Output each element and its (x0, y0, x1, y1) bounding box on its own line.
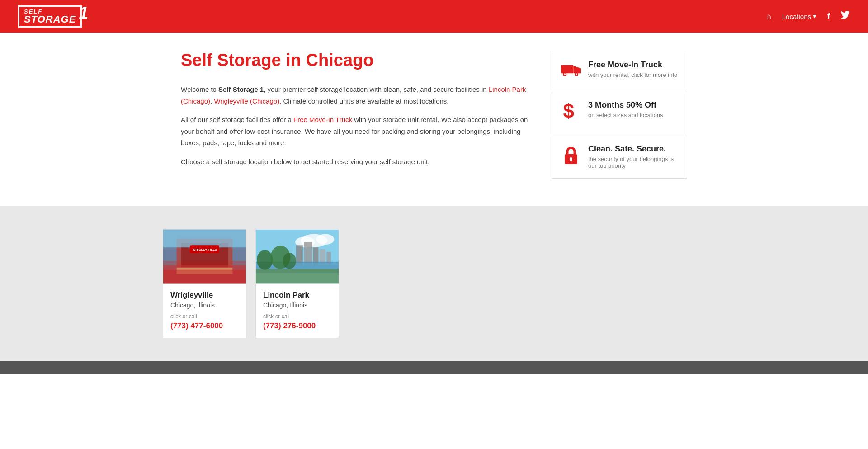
logo[interactable]: SELF SToRAGE 1 (18, 5, 82, 28)
svg-point-34 (283, 253, 296, 269)
twitter-icon (841, 13, 850, 22)
feature-discount-sub: on select sizes and locations (588, 112, 663, 118)
feature-truck-text: Free Move-In Truck with your rental, cli… (588, 60, 677, 78)
facebook-nav-link[interactable]: f (827, 13, 830, 20)
lincoln-park-phone[interactable]: (773) 276-9000 (263, 321, 316, 330)
facebook-icon: f (827, 12, 830, 21)
wrigleyville-click-label: click or call (170, 313, 239, 320)
svg-marker-1 (574, 66, 581, 74)
locations-nav-link[interactable]: Locations ▾ (782, 12, 816, 20)
lincoln-park-click-label: click or call (263, 313, 331, 320)
wrigleyville-name: Wrigleyville (170, 291, 239, 300)
location-card-wrigleyville[interactable]: WRIGLEY FIELD Wrigleyville Chicago, Illi… (163, 229, 246, 338)
svg-rect-16 (163, 270, 246, 284)
wrigleyville-city: Chicago, Illinois (170, 302, 239, 309)
lincoln-park-name: Lincoln Park (263, 291, 331, 300)
navigation: SELF SToRAGE 1 ⌂ Locations ▾ f (0, 0, 868, 33)
feature-card-truck[interactable]: Free Move-In Truck with your rental, cli… (552, 51, 687, 90)
feature-secure-text: Clean. Safe. Secure. the security of you… (588, 144, 678, 169)
wrigleyville-phone[interactable]: (773) 477-6000 (170, 321, 223, 330)
chevron-down-icon: ▾ (813, 12, 816, 20)
svg-text:$: $ (563, 101, 574, 121)
svg-rect-0 (561, 65, 574, 73)
right-sidebar: Free Move-In Truck with your rental, cli… (552, 51, 687, 179)
left-content: Self Storage in Chicago Welcome to Self … (181, 51, 533, 179)
svg-rect-17 (163, 230, 246, 248)
dollar-icon: $ (561, 101, 581, 125)
svg-text:WRIGLEY FIELD: WRIGLEY FIELD (193, 248, 217, 251)
svg-rect-31 (256, 269, 339, 284)
intro-paragraph-3: Choose a self storage location below to … (181, 156, 533, 168)
feature-secure-sub: the security of your belongings is our t… (588, 156, 678, 169)
twitter-nav-link[interactable] (841, 14, 850, 21)
free-truck-link[interactable]: Free Move-In Truck (293, 116, 352, 123)
brand-name: Self Storage 1 (218, 85, 264, 93)
wrigleyville-link[interactable]: Wrigleyville (Chicago) (214, 97, 279, 105)
locations-grid: WRIGLEY FIELD Wrigleyville Chicago, Illi… (163, 229, 705, 338)
locations-section: WRIGLEY FIELD Wrigleyville Chicago, Illi… (0, 206, 868, 361)
svg-rect-9 (570, 159, 572, 161)
feature-discount-title: 3 Months 50% Off (588, 100, 663, 110)
feature-secure-title: Clean. Safe. Secure. (588, 144, 678, 154)
svg-point-32 (257, 250, 273, 270)
feature-discount-text: 3 Months 50% Off on select sizes and loc… (588, 100, 663, 118)
intro-paragraph-2: All of our self storage facilities offer… (181, 114, 533, 149)
feature-card-secure[interactable]: Clean. Safe. Secure. the security of you… (552, 135, 687, 179)
page-title: Self Storage in Chicago (181, 51, 533, 70)
truck-icon (561, 61, 581, 81)
logo-one-text: 1 (79, 4, 89, 23)
lincoln-park-card-body: Lincoln Park Chicago, Illinois click or … (256, 284, 339, 338)
svg-point-22 (316, 234, 335, 245)
intro-paragraph-1: Welcome to Self Storage 1, your premier … (181, 84, 533, 107)
footer (0, 361, 868, 374)
logo-storage-text: SToRAGE (24, 14, 76, 24)
locations-label: Locations (782, 13, 811, 20)
location-card-lincoln-park[interactable]: Lincoln Park Chicago, Illinois click or … (255, 229, 339, 338)
lock-icon (561, 145, 581, 169)
feature-card-discount[interactable]: $ 3 Months 50% Off on select sizes and l… (552, 91, 687, 134)
feature-truck-sub: with your rental, click for more info (588, 71, 677, 78)
svg-point-3 (564, 73, 566, 75)
feature-truck-title: Free Move-In Truck (588, 60, 677, 70)
wrigleyville-card-body: Wrigleyville Chicago, Illinois click or … (163, 284, 246, 338)
home-nav-link[interactable]: ⌂ (766, 13, 771, 20)
main-content: Self Storage in Chicago Welcome to Self … (163, 33, 705, 206)
svg-point-5 (576, 73, 577, 75)
lincoln-park-image (256, 229, 339, 284)
home-icon: ⌂ (766, 12, 771, 21)
lincoln-park-city: Chicago, Illinois (263, 302, 331, 309)
nav-links: ⌂ Locations ▾ f (766, 11, 850, 22)
wrigleyville-image: WRIGLEY FIELD (163, 229, 246, 284)
